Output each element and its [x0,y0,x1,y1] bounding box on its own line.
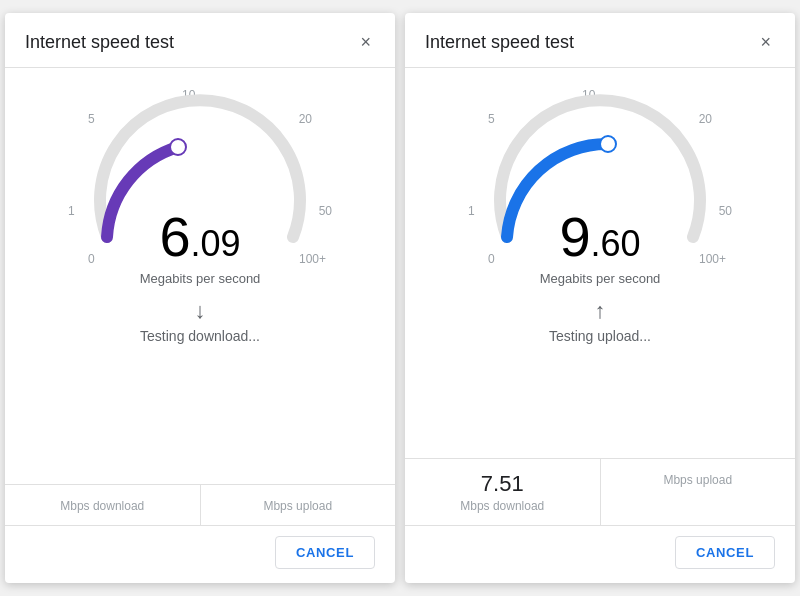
stat-upload-label-2: Mbps upload [663,473,732,487]
close-button-1[interactable]: × [356,29,375,55]
dialog-upload: Internet speed test × 0 1 5 10 20 50 100… [405,13,795,583]
stat-upload-2: Mbps upload [601,459,796,525]
test-status-2: ↑ Testing upload... [549,298,651,344]
svg-point-1 [600,136,616,152]
speed-unit-2: Megabits per second [540,271,661,286]
speed-display-2: 9 .60 Megabits per second [540,204,661,286]
stat-download-label-1: Mbps download [60,499,144,513]
cancel-button-2[interactable]: CANCEL [675,536,775,569]
speed-unit-1: Megabits per second [140,271,261,286]
gauge-section-1: 0 1 5 10 20 50 100+ 6 .09 [5,68,395,484]
speed-integer-1: 6 [159,204,190,269]
speed-decimal-2: .60 [591,223,641,265]
speed-display-1: 6 .09 Megabits per second [140,204,261,286]
stat-upload-label-1: Mbps upload [263,499,332,513]
dialog-title-2: Internet speed test [425,32,574,53]
test-status-1: ↓ Testing download... [140,298,260,344]
dialog-header-1: Internet speed test × [5,13,395,68]
dialog-footer-2: CANCEL [405,525,795,583]
dialog-header-2: Internet speed test × [405,13,795,68]
upload-icon: ↑ [595,298,606,324]
dialog-title-1: Internet speed test [25,32,174,53]
stats-row-1: Mbps download Mbps upload [5,484,395,525]
status-text-1: Testing download... [140,328,260,344]
stat-download-value-2: 7.51 [481,471,524,497]
stat-download-label-2: Mbps download [460,499,544,513]
speed-decimal-1: .09 [191,223,241,265]
cancel-button-1[interactable]: CANCEL [275,536,375,569]
stats-row-2: 7.51 Mbps download Mbps upload [405,458,795,525]
close-button-2[interactable]: × [756,29,775,55]
stat-upload-1: Mbps upload [201,485,396,525]
status-text-2: Testing upload... [549,328,651,344]
dialog-footer-1: CANCEL [5,525,395,583]
dialog-download: Internet speed test × 0 1 5 10 20 50 100… [5,13,395,583]
svg-point-0 [170,139,186,155]
download-icon: ↓ [194,298,205,324]
stat-download-2: 7.51 Mbps download [405,459,601,525]
stat-download-1: Mbps download [5,485,201,525]
speed-value-2: 9 .60 [559,204,640,269]
speed-value-1: 6 .09 [159,204,240,269]
speed-integer-2: 9 [559,204,590,269]
gauge-section-2: 0 1 5 10 20 50 100+ [405,68,795,458]
